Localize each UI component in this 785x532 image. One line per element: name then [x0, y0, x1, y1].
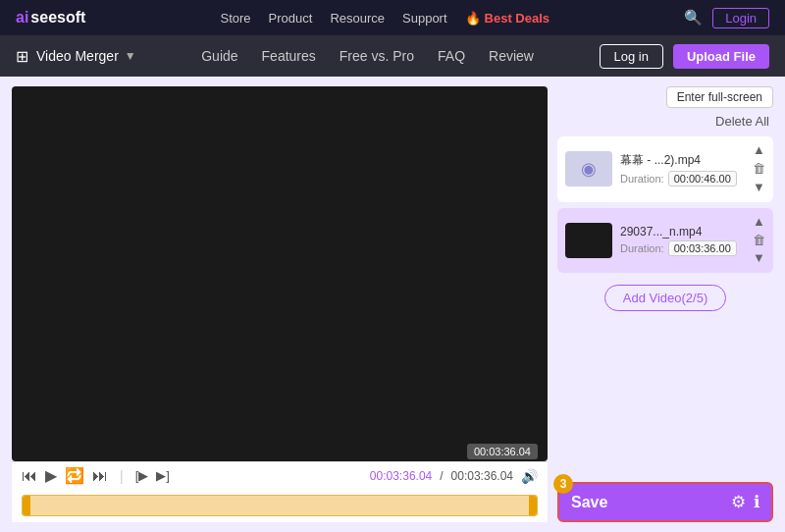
chevron-down-icon[interactable]: ▼: [125, 49, 136, 63]
video-thumbnail-2: [565, 223, 612, 258]
video-thumbnail-1: ◉: [565, 151, 612, 186]
bracket-right-button[interactable]: ▶]: [156, 468, 170, 483]
delete-icon-1[interactable]: 🗑: [753, 161, 765, 178]
separator-1: |: [120, 468, 124, 484]
video-duration-row-2: Duration: 00:03:36.00: [620, 240, 745, 256]
video-actions-1: ▲ 🗑 ▼: [753, 142, 765, 196]
save-bar: Save ⚙ ℹ: [557, 482, 773, 522]
loop-button[interactable]: 🔁: [65, 466, 84, 485]
guide-link[interactable]: Guide: [201, 48, 237, 64]
scrubber-handle-left[interactable]: [23, 496, 30, 515]
video-player: [12, 86, 548, 461]
top-navigation: aiseesoft Store Product Resource Support…: [0, 0, 785, 35]
total-time-display: 00:03:36.04: [451, 469, 513, 483]
play-button[interactable]: ▶: [45, 466, 57, 485]
controls-bar: ⏮ ▶ 🔁 ⏭ | [▶ ▶] 00:03:36.04 / 00:03:36.0…: [12, 461, 548, 489]
logo-rest: seesoft: [30, 9, 85, 27]
features-link[interactable]: Features: [262, 48, 316, 64]
delete-all-button[interactable]: Delete All: [557, 114, 773, 129]
video-list: ◉ 幕幕 - ...2).mp4 Duration: 00:00:46.00 ▲…: [557, 136, 773, 273]
second-navigation: ⊞ Video Merger ▼ Guide Features Free vs.…: [0, 35, 785, 77]
logo: aiseesoft: [16, 9, 85, 27]
duration-label-1: Duration:: [620, 173, 664, 185]
move-up-icon-2[interactable]: ▲: [753, 214, 765, 231]
bracket-left-button[interactable]: [▶: [135, 468, 149, 483]
login-button-top[interactable]: Login: [712, 8, 769, 28]
search-icon[interactable]: 🔍: [684, 9, 703, 27]
move-down-icon-2[interactable]: ▼: [753, 250, 765, 267]
controls-wrapper: 00:03:36.04 ⏮ ▶ 🔁 ⏭ | [▶ ▶] 00:03:36.04 …: [12, 461, 548, 489]
move-up-icon-1[interactable]: ▲: [753, 142, 765, 159]
app-title-area: ⊞ Video Merger ▼: [16, 47, 136, 66]
video-actions-2: ▲ 🗑 ▼: [753, 214, 765, 268]
review-link[interactable]: Review: [489, 48, 534, 64]
upload-file-button[interactable]: Upload File: [673, 44, 769, 69]
save-button[interactable]: Save: [571, 494, 607, 511]
time-badge: 00:03:36.04: [467, 444, 538, 459]
settings-icon[interactable]: ⚙: [731, 492, 746, 512]
save-section: 3 Save ⚙ ℹ: [557, 482, 773, 522]
fullscreen-button[interactable]: Enter full-screen: [666, 86, 773, 108]
product-link[interactable]: Product: [269, 11, 313, 26]
best-deals-link[interactable]: 🔥 Best Deals: [465, 11, 550, 26]
thumb-icon-1: ◉: [581, 158, 597, 180]
scrubber-handle-right[interactable]: [529, 496, 537, 515]
move-down-icon-1[interactable]: ▼: [753, 180, 765, 196]
app-title: Video Merger ▼: [36, 48, 136, 64]
fire-icon: 🔥: [465, 11, 481, 26]
right-panel: Delete All ◉ 幕幕 - ...2).mp4 Duration: 00…: [557, 86, 773, 522]
video-name-2: 29037..._n.mp4: [620, 225, 745, 239]
resource-link[interactable]: Resource: [330, 11, 385, 26]
save-badge: 3: [553, 474, 573, 494]
support-link[interactable]: Support: [402, 11, 447, 26]
left-panel: 00:03:36.04 ⏮ ▶ 🔁 ⏭ | [▶ ▶] 00:03:36.04 …: [12, 86, 548, 522]
store-link[interactable]: Store: [221, 11, 251, 26]
video-duration-row-1: Duration: 00:00:46.00: [620, 171, 745, 186]
main-area: Enter full-screen 00:03:36.04 ⏮ ▶ 🔁 ⏭ | …: [0, 77, 785, 532]
second-nav-links: Guide Features Free vs. Pro FAQ Review: [201, 48, 534, 64]
duration-value-1: 00:00:46.00: [668, 171, 737, 186]
video-info-1: 幕幕 - ...2).mp4 Duration: 00:00:46.00: [620, 152, 745, 186]
current-time-display: 00:03:36.04: [370, 469, 432, 483]
timeline-area: [12, 489, 548, 522]
duration-label-2: Duration:: [620, 242, 664, 254]
grid-icon: ⊞: [16, 47, 28, 66]
faq-link[interactable]: FAQ: [438, 48, 465, 64]
info-icon[interactable]: ℹ: [754, 492, 759, 512]
top-nav-links: Store Product Resource Support 🔥 Best De…: [221, 11, 550, 26]
login-button-second[interactable]: Log in: [600, 44, 663, 69]
add-video-button[interactable]: Add Video(2/5): [604, 285, 727, 311]
free-vs-pro-link[interactable]: Free vs. Pro: [340, 48, 414, 64]
logo-ai: ai: [16, 9, 28, 27]
scrubber-track[interactable]: [22, 495, 538, 516]
save-icons: ⚙ ℹ: [731, 492, 759, 512]
video-item-2: 29037..._n.mp4 Duration: 00:03:36.00 ▲ 🗑…: [557, 208, 773, 274]
time-separator: /: [440, 469, 443, 483]
second-nav-right: Log in Upload File: [600, 44, 769, 69]
volume-icon[interactable]: 🔊: [521, 468, 538, 484]
top-nav-right: 🔍 Login: [684, 8, 769, 28]
step-forward-button[interactable]: ⏭: [92, 467, 108, 485]
rewind-button[interactable]: ⏮: [22, 467, 37, 485]
video-item: ◉ 幕幕 - ...2).mp4 Duration: 00:00:46.00 ▲…: [557, 136, 773, 202]
duration-value-2: 00:03:36.00: [668, 240, 737, 256]
video-info-2: 29037..._n.mp4 Duration: 00:03:36.00: [620, 225, 745, 256]
video-name-1: 幕幕 - ...2).mp4: [620, 152, 745, 169]
delete-icon-2[interactable]: 🗑: [753, 233, 765, 249]
